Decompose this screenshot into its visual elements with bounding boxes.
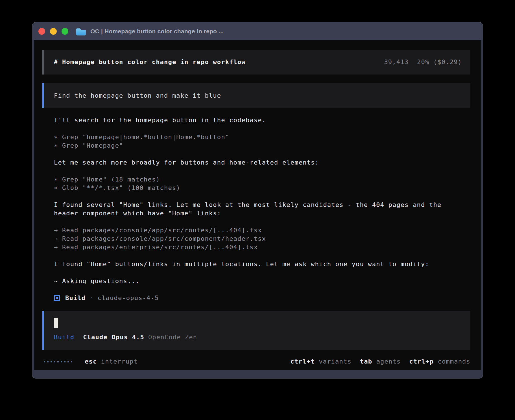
text-cursor [54,318,58,328]
agent-name: Build [65,294,86,302]
title-bar[interactable]: OC | Homepage button color change in rep… [32,22,483,40]
terminal-window: OC | Homepage button color change in rep… [32,22,483,379]
tool-call-line: ∗ Grep "Home" (18 matches) [54,175,470,184]
spinner-dots-icon [44,361,72,362]
hint-label: interrupt [101,358,138,365]
status-line: ~ Asking questions... [54,277,470,285]
input-agent-label[interactable]: Build [54,333,74,342]
window-bottom-frame [32,370,483,378]
hint-variants: ctrl+t variants [290,357,352,366]
agent-status-row: Build · claude-opus-4-5 [54,294,470,302]
tool-call-line: → Read packages/enterprise/src/routes/[.… [54,243,470,251]
hint-label: commands [438,358,470,365]
session-stats: 39,413 20% ($0.29) [384,58,462,66]
close-button[interactable] [38,28,45,35]
context-cost: 20% ($0.29) [417,58,462,66]
input-provider-label: OpenCode Zen [148,333,197,342]
session-header: # Homepage button color change in repo w… [42,50,470,75]
input-meta: Build Claude Opus 4.5 OpenCode Zen [54,333,462,342]
hint-key: ctrl+p [409,358,434,365]
transcript-line: Let me search more broadly for buttons a… [54,158,470,167]
transcript-line: I found several "Home" links. Let me loo… [54,201,470,209]
session-title: # Homepage button color change in repo w… [54,58,246,66]
agent-model: claude-opus-4-5 [98,294,159,302]
window-title: OC | Homepage button color change in rep… [90,28,224,35]
hint-label: agents [376,358,401,365]
user-message: Find the homepage button and make it blu… [42,83,470,108]
agent-separator: · [90,294,93,302]
transcript-line: I found "Home" buttons/links in multiple… [54,260,470,268]
hint-agents: tab agents [360,357,401,366]
zoom-button[interactable] [62,28,68,35]
status-bar: esc interrupt ctrl+t variants tab agents… [42,357,470,366]
folder-icon [76,27,86,36]
input-model-label: Claude Opus 4.5 [83,333,144,342]
user-message-text: Find the homepage button and make it blu… [54,91,221,100]
hint-interrupt: esc interrupt [85,357,138,366]
hint-label [97,358,101,365]
hint-label: variants [319,358,352,365]
terminal-content: # Homepage button color change in repo w… [34,40,481,370]
token-count: 39,413 [384,58,409,66]
hint-key: esc [85,358,97,365]
transcript-line: header component which have "Home" links… [54,209,470,218]
hint-key: ctrl+t [290,358,315,365]
hint-commands: ctrl+p commands [409,357,470,366]
tool-call-line: ∗ Glob "**/*.tsx" (100 matches) [54,184,470,192]
tool-call-line: → Read packages/console/app/src/routes/[… [54,226,470,235]
prompt-input[interactable]: Build Claude Opus 4.5 OpenCode Zen [42,311,470,350]
minimize-button[interactable] [50,28,57,35]
tool-call-line: ∗ Grep "Homepage" [54,141,470,150]
transcript: I'll search for the homepage button in t… [54,116,470,285]
transcript-line: I'll search for the homepage button in t… [54,116,470,124]
tool-call-line: ∗ Grep "homepage|home.*button|Home.*butt… [54,133,470,141]
hint-key: tab [360,358,372,365]
tool-call-line: → Read packages/console/app/src/componen… [54,235,470,243]
build-agent-icon [54,295,60,301]
